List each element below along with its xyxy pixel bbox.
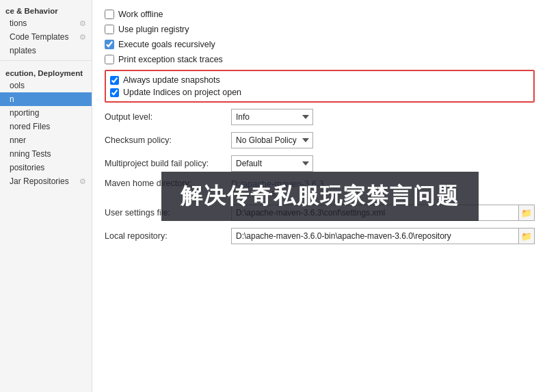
indices-checkbox[interactable] [110,88,119,97]
sidebar-item-label: positories [10,163,44,172]
highlight-box: Always update snapshots Update Indices o… [105,70,535,103]
sidebar-item-label: tions [10,18,27,28]
work-offline-label[interactable]: Work offline [105,10,163,19]
output-level-control: Info Debug Warning Error [231,109,313,125]
output-level-label: Output level: [105,112,231,122]
sidebar-item-nning-tests[interactable]: nning Tests [0,147,92,161]
stack-traces-checkbox[interactable] [105,55,114,64]
local-repository-browse-button[interactable]: 📁 [518,228,535,244]
user-settings-input-container: 📁 [231,205,535,221]
sidebar-item-label: Code Templates [10,32,69,42]
checkbox-row-snapshots: Always update snapshots [110,74,529,86]
sidebar-item-label: n [10,94,14,104]
sidebar-item-code-templates[interactable]: Code Templates ⚙ [0,30,92,44]
checkbox-row-stack-traces: Print exception stack traces [105,52,535,67]
gear-icon: ⚙ [79,177,86,186]
sidebar-item-nner[interactable]: nner [0,133,92,147]
sidebar-item-nplates[interactable]: nplates [0,44,92,57]
sidebar: ce & Behavior tions ⚙ Code Templates ⚙ n… [0,0,92,392]
local-repository-input[interactable] [231,228,518,244]
sidebar-item-label: nplates [10,46,36,55]
checksum-policy-label: Checksum policy: [105,135,231,145]
goals-label[interactable]: Execute goals recursively [105,40,215,49]
checkbox-row-goals: Execute goals recursively [105,37,535,52]
maven-home-label: Maven home directory: [105,179,231,188]
checkbox-row-plugin-registry: Use plugin registry [105,22,535,37]
maven-home-row: Maven home directory: D:/apache-maven-3.… [105,175,535,201]
sidebar-item-label: nner [10,135,26,145]
sidebar-item-label: ools [10,81,25,90]
local-repository-row: Local repository: 📁 [105,224,535,248]
sidebar-section-execution: ecution, Deployment ools n nporting nore… [0,62,92,190]
user-settings-input[interactable] [231,205,518,221]
multiproject-policy-select[interactable]: Default Never At End Immediately [231,155,313,172]
snapshots-label[interactable]: Always update snapshots [110,75,220,85]
checksum-policy-select[interactable]: No Global Policy Strict Warn Ignore [231,132,313,148]
local-repository-input-container: 📁 [231,228,535,244]
sidebar-item-tions[interactable]: tions ⚙ [0,16,92,30]
maven-version: (Version: 3.6.3) [231,190,535,198]
sidebar-section-behavior: ce & Behavior tions ⚙ Code Templates ⚙ n… [0,0,92,59]
local-repository-label: Local repository: [105,231,231,241]
sidebar-item-label: Jar Repositories [10,177,69,186]
sidebar-item-positories[interactable]: positories [0,161,92,174]
indices-label[interactable]: Update Indices on project open [110,88,241,97]
sidebar-item-label: nporting [10,108,39,118]
sidebar-item-nporting[interactable]: nporting [0,106,92,120]
user-settings-browse-button[interactable]: 📁 [518,205,535,221]
user-settings-label: User settings file: [105,208,231,218]
sidebar-item-nored-files[interactable]: nored Files [0,120,92,133]
plugin-registry-checkbox[interactable] [105,25,114,34]
output-level-row: Output level: Info Debug Warning Error [105,105,535,129]
multiproject-policy-label: Multiproject build fail policy: [105,159,231,168]
checkbox-row-indices: Update Indices on project open [110,86,529,99]
output-level-select[interactable]: Info Debug Warning Error [231,109,313,125]
checkbox-row-work-offline: Work offline [105,7,535,22]
stack-traces-label[interactable]: Print exception stack traces [105,55,223,64]
sidebar-item-ools[interactable]: ools [0,79,92,92]
main-layout: ce & Behavior tions ⚙ Code Templates ⚙ n… [0,0,547,392]
gear-icon: ⚙ [79,19,86,28]
sidebar-item-label: nored Files [10,122,50,131]
sidebar-section-header-behavior: ce & Behavior [0,4,92,16]
multiproject-policy-row: Multiproject build fail policy: Default … [105,152,535,175]
user-settings-row: User settings file: 📁 [105,201,535,224]
sidebar-section-header-execution: ecution, Deployment [0,66,92,79]
sidebar-separator [0,60,92,61]
gear-icon: ⚙ [79,33,86,42]
sidebar-item-jar-repositories[interactable]: Jar Repositories ⚙ [0,174,92,188]
multiproject-policy-control: Default Never At End Immediately [231,155,313,172]
maven-home-value: D:/apache-maven-3.6.3 [231,179,535,189]
work-offline-checkbox[interactable] [105,10,114,19]
settings-content: Work offline Use plugin registry Execute… [92,0,547,392]
snapshots-checkbox[interactable] [110,76,119,85]
sidebar-item-label: nning Tests [10,149,51,159]
goals-checkbox[interactable] [105,40,114,49]
checksum-policy-control: No Global Policy Strict Warn Ignore [231,132,313,148]
checksum-policy-row: Checksum policy: No Global Policy Strict… [105,129,535,152]
plugin-registry-label[interactable]: Use plugin registry [105,25,189,34]
maven-home-value-container: D:/apache-maven-3.6.3 (Version: 3.6.3) [231,179,535,198]
sidebar-item-n[interactable]: n [0,92,92,106]
